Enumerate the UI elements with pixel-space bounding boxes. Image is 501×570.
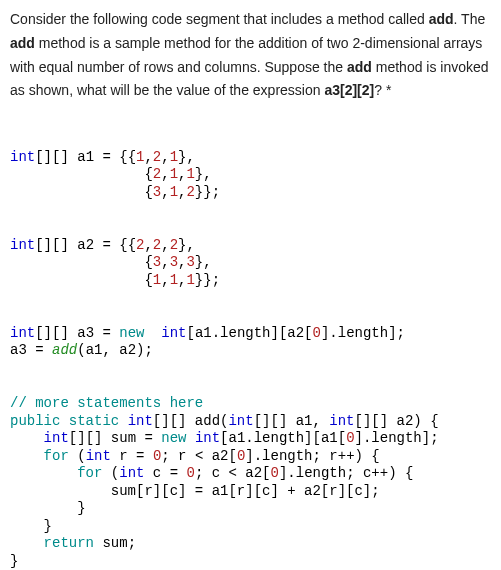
q-part-2: . The bbox=[454, 11, 486, 27]
question-text: Consider the following code segment that… bbox=[10, 8, 491, 103]
kw-int: int bbox=[44, 430, 69, 446]
kw-for: for bbox=[77, 465, 102, 481]
array-a2: int[][] a2 = {{2,2,2}, {3,3,3}, {1,1,1}}… bbox=[10, 237, 491, 290]
kw-int: int bbox=[10, 325, 35, 341]
array-a1: int[][] a1 = {{1,2,1}, {2,1,1}, {3,1,2}}… bbox=[10, 149, 491, 202]
q-add-3: add bbox=[347, 59, 372, 75]
kw-int: int bbox=[161, 325, 186, 341]
q-part-1: Consider the following code segment that… bbox=[10, 11, 429, 27]
kw-int: int bbox=[195, 430, 220, 446]
kw-int: int bbox=[228, 413, 253, 429]
kw-int: int bbox=[128, 413, 153, 429]
q-part-5: ? * bbox=[374, 82, 391, 98]
kw-new: new bbox=[161, 430, 186, 446]
kw-int: int bbox=[329, 413, 354, 429]
kw-public-static: public static bbox=[10, 413, 128, 429]
kw-int: int bbox=[10, 149, 35, 165]
comment: // more statements here bbox=[10, 395, 203, 411]
code-block: int[][] a1 = {{1,2,1}, {2,1,1}, {3,1,2}}… bbox=[10, 131, 491, 570]
kw-int: int bbox=[119, 465, 144, 481]
method-add: // more statements here public static in… bbox=[10, 395, 491, 570]
q-add-2: add bbox=[10, 35, 35, 51]
q-add-1: add bbox=[429, 11, 454, 27]
array-a3: int[][] a3 = new int[a1.length][a2[0].le… bbox=[10, 325, 491, 360]
kw-for: for bbox=[44, 448, 69, 464]
kw-int: int bbox=[10, 237, 35, 253]
kw-return: return bbox=[44, 535, 94, 551]
kw-new: new bbox=[119, 325, 144, 341]
kw-int: int bbox=[86, 448, 111, 464]
q-expr: a3[2][2] bbox=[324, 82, 374, 98]
call-add: add bbox=[52, 342, 77, 358]
